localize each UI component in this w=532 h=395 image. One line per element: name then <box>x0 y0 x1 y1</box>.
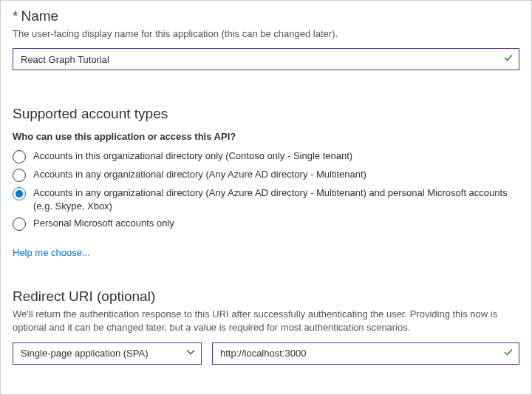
account-type-option-label: Accounts in any organizational directory… <box>33 168 519 181</box>
required-asterisk: * <box>13 8 18 24</box>
chevron-down-icon <box>186 348 195 359</box>
name-input[interactable] <box>13 48 519 70</box>
name-input-wrap <box>13 48 519 70</box>
account-types-question: Who can use this application or access t… <box>13 131 519 142</box>
redirect-uri-input[interactable] <box>212 342 519 365</box>
name-title-text: Name <box>21 8 58 24</box>
account-type-option-1[interactable]: Accounts in any organizational directory… <box>13 168 519 182</box>
redirect-uri-description: We'll return the authentication response… <box>13 308 519 334</box>
account-type-option-0[interactable]: Accounts in this organizational director… <box>13 149 519 163</box>
radio-icon <box>13 217 26 231</box>
app-registration-form: *Name The user-facing display name for t… <box>0 0 532 395</box>
redirect-uri-row: Single-page application (SPA) <box>13 342 519 365</box>
radio-icon <box>13 187 26 200</box>
account-types-heading: Supported account types <box>13 106 519 122</box>
account-type-option-label: Accounts in this organizational director… <box>33 149 519 163</box>
name-heading: *Name <box>13 8 519 24</box>
account-type-option-label: Personal Microsoft accounts only <box>33 217 519 230</box>
radio-icon <box>13 169 26 182</box>
platform-select[interactable]: Single-page application (SPA) <box>13 342 202 365</box>
redirect-uri-input-wrap <box>212 342 519 365</box>
redirect-uri-heading: Redirect URI (optional) <box>13 288 519 305</box>
radio-icon <box>13 150 26 163</box>
account-type-option-3[interactable]: Personal Microsoft accounts only <box>13 217 519 231</box>
platform-select-value: Single-page application (SPA) <box>21 348 148 359</box>
account-type-option-label: Accounts in any organizational directory… <box>33 186 519 212</box>
help-me-choose-link[interactable]: Help me choose... <box>13 247 90 258</box>
name-description: The user-facing display name for this ap… <box>13 27 519 41</box>
account-types-radio-group: Accounts in this organizational director… <box>13 149 519 231</box>
account-type-option-2[interactable]: Accounts in any organizational directory… <box>13 186 519 212</box>
